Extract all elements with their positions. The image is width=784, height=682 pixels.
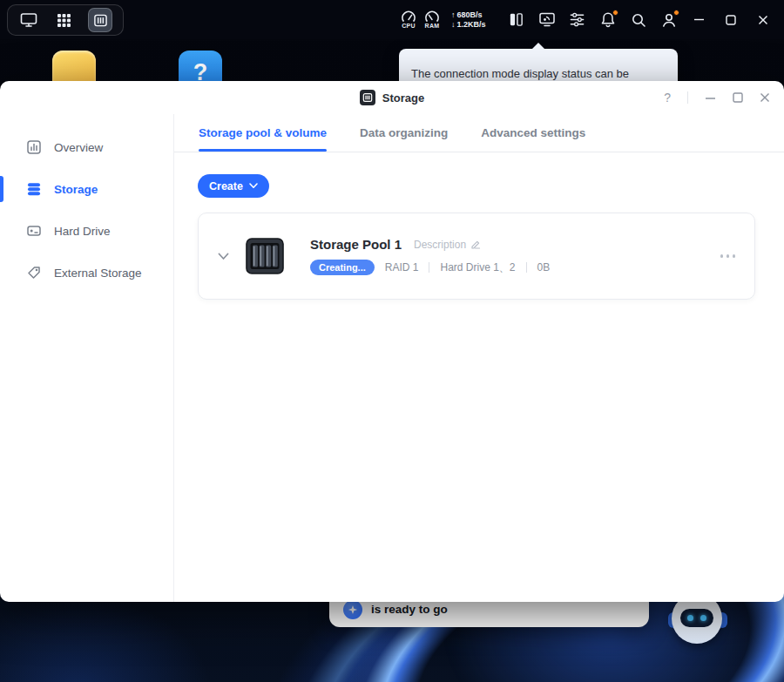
sidebar-item-label: Storage [54, 183, 98, 196]
maximize-button[interactable] [733, 92, 743, 103]
window-title: Storage [382, 91, 424, 105]
mascot-eye [687, 615, 693, 621]
window-titlebar: Storage ? [0, 81, 784, 114]
meta-separator [429, 262, 429, 273]
upload-arrow-icon: ↑ [451, 10, 456, 20]
tab-label: Storage pool & volume [199, 126, 327, 139]
create-button[interactable]: Create [198, 174, 269, 198]
tab-data-organizing[interactable]: Data organizing [360, 114, 448, 152]
chevron-down-icon [249, 183, 258, 189]
notifications-bell-icon[interactable] [598, 10, 618, 30]
create-button-label: Create [209, 180, 243, 192]
storage-app-taskbar-icon[interactable] [88, 8, 112, 32]
help-button[interactable]: ? [664, 91, 671, 105]
external-storage-icon [26, 265, 42, 280]
tooltip-arrow [531, 43, 545, 50]
tab-label: Data organizing [360, 126, 448, 139]
sidebar: Overview Storage Hard Drive External Sto… [0, 114, 174, 602]
tab-advanced-settings[interactable]: Advanced settings [481, 114, 585, 152]
overview-icon [26, 139, 42, 155]
pool-status-badge: Creating... [310, 260, 375, 275]
desktop-minimize-button[interactable] [692, 13, 706, 27]
toast-notification-icon [343, 600, 362, 619]
pool-info: Storage Pool 1 Description Creating... R… [310, 237, 550, 275]
notification-badge-dot [612, 10, 618, 16]
storage-window: Storage ? Overview [0, 81, 784, 602]
taskbar-app-cluster [7, 4, 124, 36]
connection-mode-icon[interactable] [537, 10, 557, 30]
sidebar-item-overview[interactable]: Overview [0, 126, 173, 168]
expand-chevron-icon[interactable] [216, 249, 230, 263]
tab-storage-pool-volume[interactable]: Storage pool & volume [199, 114, 327, 152]
ram-gauge-icon [424, 10, 440, 22]
mascot-visor [680, 609, 713, 627]
desktop-close-button[interactable] [756, 13, 770, 27]
storage-pool-card[interactable]: Storage Pool 1 Description Creating... R… [198, 213, 755, 300]
pool-raid-level: RAID 1 [385, 261, 419, 273]
more-options-button[interactable] [717, 247, 740, 265]
sidebar-item-label: External Storage [54, 267, 142, 280]
task-queue-icon[interactable] [568, 10, 587, 30]
sidebar-item-label: Hard Drive [54, 225, 111, 238]
toast-text: is ready to go [371, 603, 448, 616]
storage-app-icon [360, 90, 375, 105]
cpu-gauge[interactable]: CPU [401, 10, 416, 29]
sidebar-item-storage[interactable]: Storage [0, 168, 173, 210]
taskbar: CPU RAM ↑ 680B/s ↓ 1.2KB/s [0, 0, 784, 39]
edit-description-icon [470, 240, 481, 250]
window-title-group: Storage [360, 90, 424, 105]
tooltip-text: The connection mode display status can b… [411, 67, 666, 80]
toolbar: Create [174, 152, 784, 198]
download-speed: 1.2KB/s [457, 20, 486, 30]
pool-hard-drives: Hard Drive 1、2 [440, 260, 515, 275]
pool-size: 0B [537, 261, 551, 273]
ram-gauge[interactable]: RAM [424, 10, 440, 29]
taskbar-status-cluster: CPU RAM ↑ 680B/s ↓ 1.2KB/s [401, 0, 679, 39]
show-desktop-icon[interactable] [18, 10, 39, 30]
tab-label: Advanced settings [481, 126, 585, 139]
content-area: Storage pool & volume Data organizing Ad… [174, 114, 784, 602]
app-grid-icon[interactable] [53, 10, 74, 30]
cpu-gauge-icon [401, 10, 416, 22]
desktop-window-controls [692, 0, 770, 39]
upload-speed: 680B/s [457, 10, 483, 20]
pool-description[interactable]: Description [414, 239, 481, 251]
disk-partition-icon[interactable] [507, 10, 526, 30]
storage-pool-image [244, 235, 286, 277]
meta-separator [526, 262, 527, 273]
desktop-maximize-button[interactable] [724, 13, 738, 27]
pool-description-label: Description [414, 239, 466, 251]
ram-label: RAM [425, 23, 440, 29]
sidebar-item-label: Overview [54, 141, 103, 154]
sidebar-item-external-storage[interactable]: External Storage [0, 252, 173, 294]
download-arrow-icon: ↓ [451, 20, 456, 30]
window-controls: ? [664, 81, 770, 114]
search-icon[interactable] [629, 10, 648, 30]
network-speeds[interactable]: ↑ 680B/s ↓ 1.2KB/s [451, 10, 486, 29]
sidebar-item-hard-drive[interactable]: Hard Drive [0, 210, 173, 252]
close-button[interactable] [760, 92, 770, 103]
user-badge-dot [673, 10, 679, 16]
user-account-icon[interactable] [659, 10, 679, 30]
tab-bar: Storage pool & volume Data organizing Ad… [174, 114, 784, 152]
mascot-eye [700, 615, 706, 621]
pool-name: Storage Pool 1 [310, 237, 402, 252]
desktop: ? The connection mode display status can… [0, 0, 784, 682]
hard-drive-icon [26, 223, 42, 239]
titlebar-separator [687, 91, 688, 104]
storage-icon [26, 181, 42, 197]
minimize-button[interactable] [705, 92, 716, 104]
window-body: Overview Storage Hard Drive External Sto… [0, 114, 784, 602]
cpu-label: CPU [402, 23, 416, 29]
